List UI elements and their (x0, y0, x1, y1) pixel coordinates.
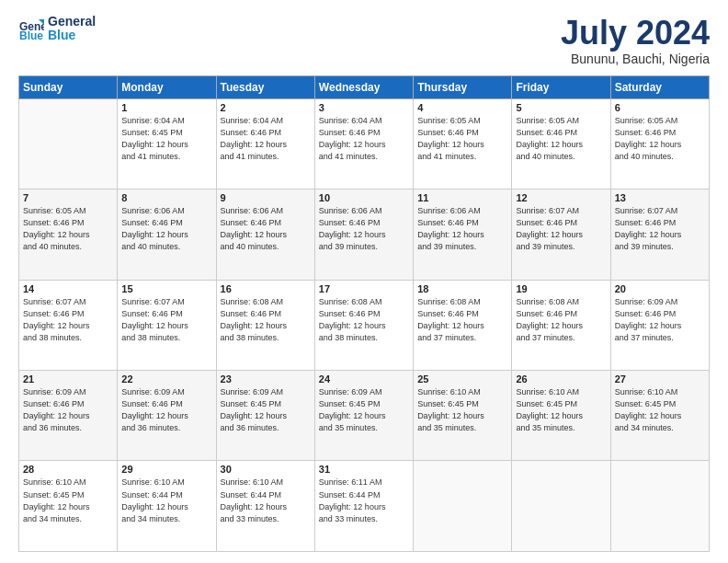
day-info: Sunrise: 6:10 AM Sunset: 6:45 PM Dayligh… (417, 386, 507, 434)
day-number: 31 (319, 464, 409, 475)
calendar-cell: 30Sunrise: 6:10 AM Sunset: 6:44 PM Dayli… (216, 461, 314, 552)
page: General Blue General Blue July 2024 Bunu… (0, 0, 728, 563)
calendar-cell: 9Sunrise: 6:06 AM Sunset: 6:46 PM Daylig… (216, 190, 314, 280)
calendar-cell: 3Sunrise: 6:04 AM Sunset: 6:46 PM Daylig… (314, 98, 413, 189)
calendar-cell: 6Sunrise: 6:05 AM Sunset: 6:46 PM Daylig… (610, 98, 709, 189)
day-number: 3 (319, 102, 409, 113)
day-number: 28 (23, 464, 113, 475)
day-info: Sunrise: 6:05 AM Sunset: 6:46 PM Dayligh… (516, 115, 606, 163)
day-info: Sunrise: 6:09 AM Sunset: 6:45 PM Dayligh… (319, 386, 409, 434)
day-number: 12 (516, 192, 606, 203)
calendar-cell: 23Sunrise: 6:09 AM Sunset: 6:45 PM Dayli… (216, 371, 314, 461)
day-info: Sunrise: 6:08 AM Sunset: 6:46 PM Dayligh… (516, 296, 606, 344)
weekday-header-monday: Monday (118, 75, 216, 98)
calendar-cell: 13Sunrise: 6:07 AM Sunset: 6:46 PM Dayli… (610, 190, 709, 280)
calendar-week-row: 28Sunrise: 6:10 AM Sunset: 6:45 PM Dayli… (19, 461, 710, 552)
weekday-header-tuesday: Tuesday (216, 75, 314, 98)
day-info: Sunrise: 6:05 AM Sunset: 6:46 PM Dayligh… (23, 205, 113, 253)
title-block: July 2024 Bununu, Bauchi, Nigeria (561, 15, 710, 66)
day-info: Sunrise: 6:09 AM Sunset: 6:46 PM Dayligh… (121, 386, 211, 434)
calendar-cell: 2Sunrise: 6:04 AM Sunset: 6:46 PM Daylig… (216, 98, 314, 189)
calendar-cell: 5Sunrise: 6:05 AM Sunset: 6:46 PM Daylig… (512, 98, 610, 189)
day-info: Sunrise: 6:06 AM Sunset: 6:46 PM Dayligh… (121, 205, 211, 253)
weekday-header-wednesday: Wednesday (314, 75, 413, 98)
calendar-cell: 19Sunrise: 6:08 AM Sunset: 6:46 PM Dayli… (512, 280, 610, 370)
calendar-cell: 12Sunrise: 6:07 AM Sunset: 6:46 PM Dayli… (512, 190, 610, 280)
day-number: 21 (23, 373, 113, 385)
logo-icon: General Blue (18, 16, 44, 41)
calendar-cell: 8Sunrise: 6:06 AM Sunset: 6:46 PM Daylig… (118, 190, 216, 280)
day-info: Sunrise: 6:07 AM Sunset: 6:46 PM Dayligh… (23, 296, 113, 344)
day-info: Sunrise: 6:06 AM Sunset: 6:46 PM Dayligh… (221, 205, 311, 253)
weekday-header-friday: Friday (512, 75, 610, 98)
logo-blue: Blue (48, 29, 96, 42)
calendar-cell: 20Sunrise: 6:09 AM Sunset: 6:46 PM Dayli… (610, 280, 709, 370)
calendar-cell: 22Sunrise: 6:09 AM Sunset: 6:46 PM Dayli… (118, 371, 216, 461)
calendar-header: SundayMondayTuesdayWednesdayThursdayFrid… (19, 75, 710, 98)
calendar-week-row: 14Sunrise: 6:07 AM Sunset: 6:46 PM Dayli… (19, 280, 710, 370)
day-number: 5 (516, 102, 606, 113)
calendar-cell: 21Sunrise: 6:09 AM Sunset: 6:46 PM Dayli… (19, 371, 118, 461)
day-number: 22 (121, 373, 211, 385)
day-number: 14 (23, 283, 113, 294)
weekday-row: SundayMondayTuesdayWednesdayThursdayFrid… (19, 75, 710, 98)
day-info: Sunrise: 6:07 AM Sunset: 6:46 PM Dayligh… (615, 205, 705, 253)
calendar-cell: 31Sunrise: 6:11 AM Sunset: 6:44 PM Dayli… (314, 461, 413, 552)
calendar-cell: 1Sunrise: 6:04 AM Sunset: 6:45 PM Daylig… (118, 98, 216, 189)
day-number: 30 (221, 464, 311, 475)
weekday-header-saturday: Saturday (610, 75, 709, 98)
weekday-header-sunday: Sunday (19, 75, 118, 98)
calendar-cell (610, 461, 709, 552)
calendar-cell: 17Sunrise: 6:08 AM Sunset: 6:46 PM Dayli… (314, 280, 413, 370)
day-info: Sunrise: 6:10 AM Sunset: 6:45 PM Dayligh… (615, 386, 705, 434)
calendar-week-row: 1Sunrise: 6:04 AM Sunset: 6:45 PM Daylig… (19, 98, 710, 189)
day-number: 13 (615, 192, 705, 203)
day-info: Sunrise: 6:06 AM Sunset: 6:46 PM Dayligh… (319, 205, 409, 253)
day-number: 10 (319, 192, 409, 203)
day-info: Sunrise: 6:07 AM Sunset: 6:46 PM Dayligh… (516, 205, 606, 253)
day-number: 16 (221, 283, 311, 294)
day-info: Sunrise: 6:08 AM Sunset: 6:46 PM Dayligh… (319, 296, 409, 344)
day-number: 23 (221, 373, 311, 385)
day-number: 26 (516, 373, 606, 385)
day-number: 18 (417, 283, 507, 294)
day-number: 6 (615, 102, 705, 113)
calendar-body: 1Sunrise: 6:04 AM Sunset: 6:45 PM Daylig… (19, 98, 710, 551)
calendar-cell: 27Sunrise: 6:10 AM Sunset: 6:45 PM Dayli… (610, 371, 709, 461)
day-info: Sunrise: 6:11 AM Sunset: 6:44 PM Dayligh… (319, 477, 409, 524)
day-info: Sunrise: 6:10 AM Sunset: 6:44 PM Dayligh… (121, 477, 211, 524)
day-info: Sunrise: 6:10 AM Sunset: 6:45 PM Dayligh… (516, 386, 606, 434)
day-info: Sunrise: 6:09 AM Sunset: 6:45 PM Dayligh… (221, 386, 311, 434)
calendar-cell (19, 98, 118, 189)
month-title: July 2024 (561, 15, 710, 52)
day-number: 25 (417, 373, 507, 385)
calendar-week-row: 7Sunrise: 6:05 AM Sunset: 6:46 PM Daylig… (19, 190, 710, 280)
calendar-cell: 29Sunrise: 6:10 AM Sunset: 6:44 PM Dayli… (118, 461, 216, 552)
day-number: 20 (615, 283, 705, 294)
calendar-cell: 10Sunrise: 6:06 AM Sunset: 6:46 PM Dayli… (314, 190, 413, 280)
day-number: 15 (121, 283, 211, 294)
logo-general: General (48, 15, 96, 29)
day-number: 9 (221, 192, 311, 203)
day-number: 1 (121, 102, 211, 113)
weekday-header-thursday: Thursday (414, 75, 512, 98)
header: General Blue General Blue July 2024 Bunu… (18, 15, 710, 66)
calendar-cell: 11Sunrise: 6:06 AM Sunset: 6:46 PM Dayli… (414, 190, 512, 280)
location: Bununu, Bauchi, Nigeria (561, 52, 710, 66)
day-info: Sunrise: 6:09 AM Sunset: 6:46 PM Dayligh… (23, 386, 113, 434)
day-number: 19 (516, 283, 606, 294)
calendar-week-row: 21Sunrise: 6:09 AM Sunset: 6:46 PM Dayli… (19, 371, 710, 461)
calendar-cell: 15Sunrise: 6:07 AM Sunset: 6:46 PM Dayli… (118, 280, 216, 370)
day-number: 27 (615, 373, 705, 385)
calendar-cell: 18Sunrise: 6:08 AM Sunset: 6:46 PM Dayli… (414, 280, 512, 370)
day-info: Sunrise: 6:10 AM Sunset: 6:44 PM Dayligh… (221, 477, 311, 524)
calendar-cell: 25Sunrise: 6:10 AM Sunset: 6:45 PM Dayli… (414, 371, 512, 461)
calendar-cell: 28Sunrise: 6:10 AM Sunset: 6:45 PM Dayli… (19, 461, 118, 552)
day-info: Sunrise: 6:04 AM Sunset: 6:46 PM Dayligh… (221, 115, 311, 163)
calendar-cell (414, 461, 512, 552)
day-number: 4 (417, 102, 507, 113)
day-number: 7 (23, 192, 113, 203)
day-number: 8 (121, 192, 211, 203)
day-info: Sunrise: 6:05 AM Sunset: 6:46 PM Dayligh… (417, 115, 507, 163)
day-number: 17 (319, 283, 409, 294)
